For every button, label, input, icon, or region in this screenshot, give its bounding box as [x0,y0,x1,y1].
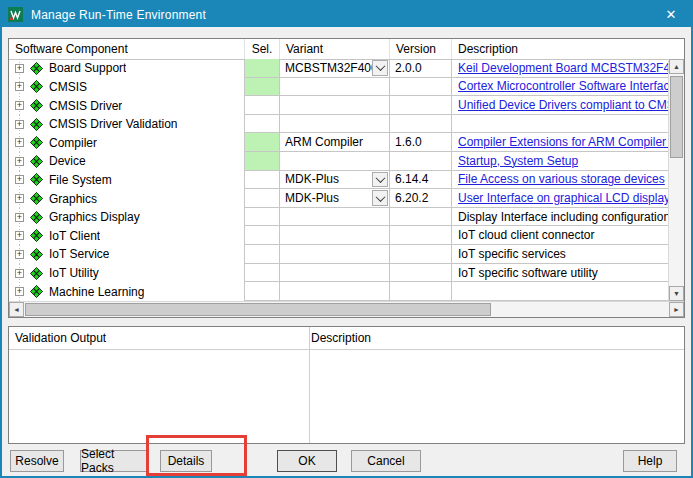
description-cell: IoT cloud client connector [451,226,668,245]
component-cell[interactable]: +CMSIS Driver Validation [9,115,244,134]
variant-cell[interactable] [279,115,389,134]
variant-dropdown-button[interactable] [372,172,388,188]
variant-dropdown-button[interactable] [372,190,388,206]
expand-plus-icon[interactable]: + [15,231,24,240]
version-cell: 6.20.2 [389,189,451,208]
version-cell: 1.6.0 [389,133,451,152]
variant-cell[interactable] [279,226,389,245]
description-text[interactable]: User Interface on graphical LCD displays [458,191,668,205]
component-cell[interactable]: +CMSIS Driver [9,96,244,115]
component-cell[interactable]: +Device [9,152,244,171]
version-cell: 6.14.4 [389,171,451,190]
expand-plus-icon[interactable]: + [15,287,24,296]
expand-plus-icon[interactable]: + [15,138,24,147]
header-description[interactable]: Description [451,39,684,59]
expand-plus-icon[interactable]: + [15,194,24,203]
component-cell[interactable]: +CMSIS [9,78,244,97]
header-sel[interactable]: Sel. [244,39,279,59]
horizontal-scrollbar[interactable]: ◄ ► [9,301,684,317]
sel-cell[interactable] [244,208,279,227]
description-cell: Keil Development Board MCBSTM32F400 [451,59,668,78]
description-cell: Compiler Extensions for ARM Compiler 5 a… [451,133,668,152]
component-cell[interactable]: +IoT Client [9,226,244,245]
expand-plus-icon[interactable]: + [15,82,24,91]
expand-plus-icon[interactable]: + [15,213,24,222]
expand-plus-icon[interactable]: + [15,120,24,129]
expand-plus-icon[interactable]: + [15,250,24,259]
scroll-left-icon[interactable]: ◄ [9,302,24,317]
header-version[interactable]: Version [389,39,451,59]
description-text[interactable]: Cortex Microcontroller Software Interfac… [458,79,668,93]
ok-button[interactable]: OK [277,450,337,472]
details-button[interactable]: Details [160,450,212,472]
vertical-scroll-thumb[interactable] [670,76,683,158]
component-cell[interactable]: +Graphics Display [9,208,244,227]
component-cell[interactable]: +Graphics [9,189,244,208]
sel-cell[interactable] [244,171,279,190]
component-rows: +Board SupportMCBSTM32F4002.0.0Keil Deve… [9,59,668,301]
variant-cell[interactable]: MDK-Plus [279,171,389,190]
vertical-scrollbar[interactable]: ▲ ▼ [668,59,684,301]
component-cell[interactable]: +Machine Learning [9,282,244,301]
scroll-down-icon[interactable]: ▼ [669,286,684,301]
component-cell[interactable]: +File System [9,171,244,190]
sel-cell[interactable] [244,115,279,134]
resolve-button[interactable]: Resolve [10,450,64,472]
variant-cell[interactable]: ARM Compiler [279,133,389,152]
variant-cell[interactable]: MDK-Plus [279,189,389,208]
sel-cell[interactable] [244,78,279,97]
component-cell[interactable]: +IoT Service [9,245,244,264]
description-cell [451,282,668,301]
cancel-button[interactable]: Cancel [351,450,421,472]
description-text[interactable]: Unified Device Drivers compliant to CMSI… [458,98,668,112]
component-cell[interactable]: +IoT Utility [9,264,244,283]
expand-plus-icon[interactable]: + [15,269,24,278]
sel-cell[interactable] [244,59,279,78]
component-cell[interactable]: +Board Support [9,59,244,78]
validation-panel: Validation Output Description [8,326,685,444]
expand-plus-icon[interactable]: + [15,64,24,73]
header-software-component[interactable]: Software Component [9,39,244,59]
description-text[interactable]: Compiler Extensions for ARM Compiler 5 a… [458,135,668,149]
sel-cell[interactable] [244,282,279,301]
expand-plus-icon[interactable]: + [15,175,24,184]
expand-plus-icon[interactable]: + [15,101,24,110]
variant-dropdown-button[interactable] [372,60,388,76]
select-packs-button[interactable]: Select Packs [80,450,148,472]
description-text[interactable]: Keil Development Board MCBSTM32F400 [458,61,668,75]
variant-cell[interactable] [279,264,389,283]
help-button[interactable]: Help [623,450,677,472]
sel-cell[interactable] [244,189,279,208]
table-header-row: Software Component Sel. Variant Version … [9,39,684,60]
description-text[interactable]: Startup, System Setup [458,154,578,168]
variant-cell[interactable]: MCBSTM32F400 [279,59,389,78]
sel-cell[interactable] [244,96,279,115]
version-value: 6.14.4 [395,172,428,186]
variant-cell[interactable] [279,282,389,301]
variant-cell[interactable] [279,208,389,227]
title-bar[interactable]: Manage Run-Time Environment ✕ [2,2,691,27]
version-cell [389,282,451,301]
component-cell[interactable]: +Compiler [9,133,244,152]
sel-cell[interactable] [244,264,279,283]
scroll-right-icon[interactable]: ► [669,302,684,317]
variant-cell[interactable] [279,78,389,97]
variant-cell[interactable] [279,245,389,264]
horizontal-scroll-thumb[interactable] [25,303,491,316]
component-diamond-icon [30,192,43,205]
variant-cell[interactable] [279,96,389,115]
header-variant[interactable]: Variant [279,39,389,59]
sel-cell[interactable] [244,245,279,264]
sel-cell[interactable] [244,226,279,245]
table-row: +CMSIS Driver Validation [9,115,668,134]
component-label: Machine Learning [49,285,144,299]
close-icon[interactable]: ✕ [651,2,691,27]
variant-cell[interactable] [279,152,389,171]
component-diamond-icon [30,267,43,280]
component-diamond-icon [30,136,43,149]
sel-cell[interactable] [244,152,279,171]
expand-plus-icon[interactable]: + [15,157,24,166]
description-text[interactable]: File Access on various storage devices [458,172,665,186]
scroll-up-icon[interactable]: ▲ [669,59,684,74]
sel-cell[interactable] [244,133,279,152]
